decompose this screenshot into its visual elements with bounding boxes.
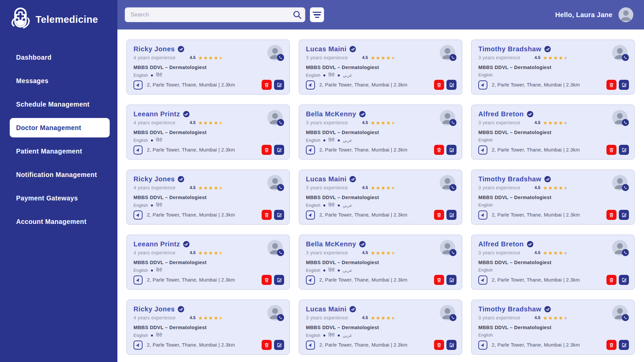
edit-button[interactable] xyxy=(446,145,457,155)
location-text: 2, Parle Tower, Thane, Mumbai | 2.3km xyxy=(147,277,262,283)
delete-button[interactable] xyxy=(262,275,272,285)
star-icon: ★★ xyxy=(371,120,375,125)
edit-button[interactable] xyxy=(619,145,629,155)
sidebar-item-schedule-management[interactable]: Schedule Management xyxy=(0,93,117,116)
doctor-degree: MBBS DDVL – Dermatologiest xyxy=(133,130,283,135)
experience-text: 4 years experience xyxy=(133,315,176,320)
location-arrow-icon xyxy=(478,210,487,220)
edit-button[interactable] xyxy=(274,145,284,155)
star-icon: ★★ xyxy=(198,250,203,255)
card-actions xyxy=(262,80,284,90)
sidebar-item-messages[interactable]: Messages xyxy=(0,69,117,93)
delete-button[interactable] xyxy=(606,80,616,90)
doctor-grid: Ricky Jones 4 years experience 4.5 ★★★★★… xyxy=(126,40,644,355)
experience-text: 4 years experience xyxy=(133,185,176,190)
delete-button[interactable] xyxy=(606,275,616,285)
star-icon: ★★ xyxy=(219,55,223,60)
doctor-degree: MBBS DDVL – Dermatologiest xyxy=(133,195,283,200)
sidebar-item-notification-management[interactable]: Notification Management xyxy=(0,163,117,186)
card-actions xyxy=(434,145,457,155)
delete-button[interactable] xyxy=(262,210,272,220)
edit-button[interactable] xyxy=(274,340,284,350)
sidebar-item-label: Notification Management xyxy=(16,171,97,179)
delete-button[interactable] xyxy=(434,340,444,350)
edit-button[interactable] xyxy=(619,210,629,220)
doctor-name: Timothy Bradshaw xyxy=(478,175,541,183)
delete-button[interactable] xyxy=(606,145,616,155)
edit-button[interactable] xyxy=(619,340,629,350)
edit-button[interactable] xyxy=(274,275,284,285)
doctor-avatar xyxy=(267,45,283,60)
location-arrow-icon xyxy=(478,341,487,350)
verified-badge-icon xyxy=(350,46,356,52)
doctor-card: Lucas Maini 3 years experience 4.5 ★★★★★… xyxy=(299,300,462,355)
delete-button[interactable] xyxy=(606,340,616,350)
star-icon: ★★ xyxy=(548,120,552,125)
doctor-card: Ricky Jones 4 years experience 4.5 ★★★★★… xyxy=(126,170,290,225)
experience-text: 3 years experience xyxy=(306,185,348,190)
rating-value: 4.5 xyxy=(190,120,196,125)
edit-pencil-icon xyxy=(621,147,627,153)
delete-button[interactable] xyxy=(262,145,272,155)
language-label: English xyxy=(478,203,493,207)
location-text: 2, Parle Tower, Thane, Mumbai | 2.3km xyxy=(319,147,434,153)
filter-button[interactable] xyxy=(310,7,324,22)
delete-button[interactable] xyxy=(606,210,616,220)
delete-button[interactable] xyxy=(434,145,444,155)
edit-pencil-icon xyxy=(276,82,282,88)
rating-value: 4.5 xyxy=(535,120,540,125)
delete-button[interactable] xyxy=(434,210,444,220)
sidebar-item-doctor-management[interactable]: Doctor Management xyxy=(10,118,110,137)
language-separator-dot xyxy=(338,139,340,141)
phone-badge-icon xyxy=(277,314,284,321)
delete-button[interactable] xyxy=(262,80,272,90)
star-icon: ★★ xyxy=(376,315,380,320)
sidebar-item-account-management[interactable]: Account Management xyxy=(0,210,117,233)
experience-row: 3 years experience 4.5 ★★★★★★★★★★ xyxy=(306,250,455,255)
delete-button[interactable] xyxy=(262,340,272,350)
edit-button[interactable] xyxy=(274,210,284,220)
star-icon: ★★ xyxy=(381,185,385,190)
star-icon: ★★ xyxy=(371,250,375,255)
language-separator-dot xyxy=(151,139,153,141)
edit-button[interactable] xyxy=(446,275,457,285)
sidebar-item-patient-management[interactable]: Patient Management xyxy=(0,139,117,163)
doctor-name-row: Ricky Jones xyxy=(133,45,283,53)
edit-button[interactable] xyxy=(446,340,457,350)
doctor-degree: MBBS DDVL – Dermatologiest xyxy=(133,325,283,330)
language-separator-dot xyxy=(338,204,340,206)
brand-title: Telemedicine xyxy=(36,14,98,25)
doctor-name: Lucas Maini xyxy=(306,305,346,313)
delete-button[interactable] xyxy=(434,275,444,285)
sidebar-item-label: Patient Management xyxy=(16,147,82,155)
search-input[interactable] xyxy=(125,7,305,22)
location-text: 2, Parle Tower, Thane, Mumbai | 2.3km xyxy=(492,342,606,348)
doctor-name-row: Leeann Printz xyxy=(133,240,283,248)
star-icon: ★★ xyxy=(543,120,547,125)
edit-button[interactable] xyxy=(446,210,457,220)
edit-pencil-icon xyxy=(621,82,627,88)
delete-button[interactable] xyxy=(434,80,444,90)
edit-button[interactable] xyxy=(619,275,629,285)
language-label: हिंदी xyxy=(156,268,162,273)
star-icon: ★★ xyxy=(376,250,380,255)
rating-value: 4.5 xyxy=(362,185,368,190)
rating-value: 4.5 xyxy=(535,315,540,320)
user-avatar[interactable] xyxy=(619,7,633,22)
search-icon[interactable] xyxy=(292,10,302,19)
sidebar-item-dashboard[interactable]: Dashboard xyxy=(0,46,117,69)
sidebar-item-payment-gateways[interactable]: Payment Gateways xyxy=(0,186,117,210)
card-actions xyxy=(434,80,457,90)
star-icon: ★★ xyxy=(391,250,396,255)
edit-button[interactable] xyxy=(619,80,629,90)
language-label: हिंदी xyxy=(328,203,335,208)
star-icon: ★★ xyxy=(203,55,208,60)
star-icon: ★★ xyxy=(381,315,385,320)
doctor-avatar xyxy=(267,240,283,255)
edit-button[interactable] xyxy=(274,80,284,90)
verified-badge-icon xyxy=(544,46,551,52)
experience-row: 3 years experience 4.5 ★★★★★★★★★★ xyxy=(306,185,455,190)
edit-button[interactable] xyxy=(446,80,457,90)
star-icon: ★★ xyxy=(543,55,547,60)
brand-logo: Telemedicine xyxy=(0,0,117,32)
